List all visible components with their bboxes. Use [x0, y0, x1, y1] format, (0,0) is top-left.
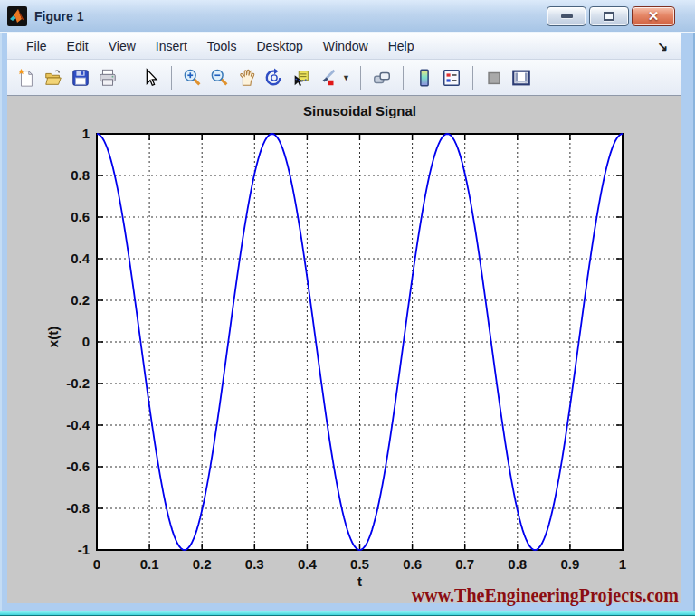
svg-text:-0.6: -0.6 — [66, 459, 90, 474]
menu-window[interactable]: Window — [313, 35, 378, 57]
toolbar-separator — [360, 66, 361, 90]
svg-text:0.7: 0.7 — [455, 556, 474, 572]
plot-axes[interactable]: 00.10.20.30.40.50.60.70.80.91-1-0.8-0.6-… — [7, 96, 681, 604]
figure-window: Figure 1 ✕ File Edit View Insert Tools D… — [0, 0, 695, 616]
svg-text:0: 0 — [82, 334, 90, 349]
pan-icon[interactable] — [235, 66, 259, 90]
svg-text:1: 1 — [82, 126, 90, 141]
svg-text:0.6: 0.6 — [71, 209, 90, 224]
svg-text:0.8: 0.8 — [71, 167, 90, 183]
brush-dropdown-icon[interactable]: ▼ — [342, 73, 351, 82]
close-button[interactable]: ✕ — [632, 6, 675, 26]
svg-text:0.2: 0.2 — [193, 556, 212, 572]
matlab-logo-icon — [7, 6, 27, 26]
toolbar-separator — [129, 66, 129, 90]
close-icon: ✕ — [648, 9, 660, 23]
svg-text:-1: -1 — [78, 542, 90, 557]
print-icon[interactable] — [96, 66, 119, 90]
show-plot-tools-icon[interactable] — [509, 66, 533, 90]
zoom-in-icon[interactable] — [181, 66, 205, 90]
dock-figure-arrow-icon[interactable]: ↘ — [657, 39, 671, 53]
toolbar-separator — [472, 66, 473, 90]
plot-title: Sinusoidal Signal — [97, 103, 623, 118]
menu-desktop[interactable]: Desktop — [246, 35, 312, 57]
menu-tools[interactable]: Tools — [197, 35, 247, 57]
minimize-button[interactable] — [547, 6, 586, 26]
maximize-button[interactable] — [589, 6, 629, 26]
minimize-icon — [561, 14, 573, 18]
title-bar[interactable]: Figure 1 ✕ — [0, 0, 695, 33]
hide-plot-tools-icon[interactable] — [482, 66, 506, 90]
menu-edit[interactable]: Edit — [57, 35, 99, 57]
svg-text:1: 1 — [619, 556, 626, 572]
svg-text:0.4: 0.4 — [71, 251, 90, 266]
svg-text:0.6: 0.6 — [403, 556, 422, 572]
new-file-icon[interactable] — [14, 66, 38, 90]
window-title: Figure 1 — [34, 9, 83, 24]
cursor-icon[interactable] — [138, 66, 162, 90]
zoom-out-icon[interactable] — [208, 66, 232, 90]
svg-text:-0.2: -0.2 — [66, 375, 90, 391]
svg-text:0.4: 0.4 — [298, 556, 318, 572]
open-file-icon[interactable] — [42, 66, 65, 90]
insert-legend-icon[interactable] — [440, 66, 463, 90]
watermark-text: www.TheEngineeringProjects.com — [412, 585, 679, 606]
insert-colorbar-icon[interactable] — [413, 66, 436, 90]
svg-text:-0.4: -0.4 — [66, 417, 90, 432]
figure-toolbar: ▼ — [7, 60, 681, 96]
toolbar-separator — [403, 66, 404, 90]
svg-text:0.2: 0.2 — [71, 292, 90, 308]
menu-view[interactable]: View — [99, 35, 146, 57]
svg-text:0.9: 0.9 — [560, 556, 579, 572]
svg-text:-0.8: -0.8 — [66, 500, 90, 516]
brush-icon[interactable] — [317, 66, 340, 90]
svg-text:0.8: 0.8 — [508, 556, 527, 572]
data-cursor-icon[interactable] — [290, 66, 313, 90]
menu-help[interactable]: Help — [378, 35, 424, 57]
link-plot-icon[interactable] — [370, 66, 394, 90]
menu-file[interactable]: File — [16, 35, 57, 57]
y-axis-label: x(t) — [45, 310, 61, 365]
save-icon[interactable] — [69, 66, 92, 90]
maximize-icon — [604, 12, 614, 21]
svg-text:0.1: 0.1 — [140, 556, 159, 572]
menu-bar: File Edit View Insert Tools Desktop Wind… — [7, 33, 681, 60]
figure-canvas[interactable]: 00.10.20.30.40.50.60.70.80.91-1-0.8-0.6-… — [7, 96, 681, 603]
rotate-3d-icon[interactable] — [262, 66, 286, 90]
toolbar-separator — [171, 66, 172, 90]
svg-text:0.3: 0.3 — [245, 556, 264, 572]
svg-text:0: 0 — [93, 556, 100, 572]
menu-insert[interactable]: Insert — [146, 35, 197, 57]
svg-text:0.5: 0.5 — [350, 556, 369, 572]
